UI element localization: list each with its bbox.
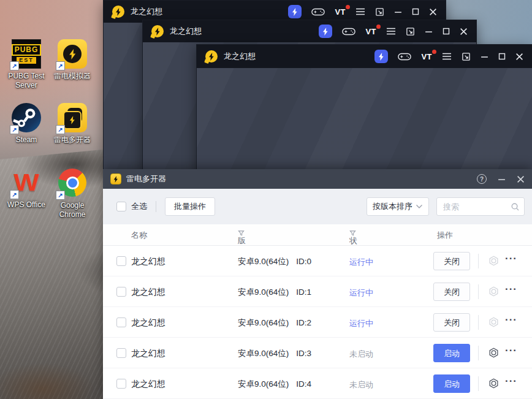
instance-row: 龙之幻想 安卓9.0(64位)ID:3 未启动 启动 ··· [103,338,532,368]
desktop-icon-pubg-test-server[interactable]: PUBG EST ↗ PUBG Test Server [2,39,50,90]
vt-label: VT [365,27,376,36]
ldplayer-logo-icon [112,6,124,18]
header-ops: 操作 [437,230,453,241]
more-icon[interactable]: ··· [505,375,517,387]
popout-icon[interactable] [406,27,415,36]
settings-gear-icon[interactable] [488,316,500,330]
instance-version: 安卓9.0(64位)ID:1 [238,287,311,298]
menu-icon[interactable] [442,53,452,60]
instance-row: 龙之幻想 安卓9.0(64位)ID:4 未启动 启动 ··· [103,368,532,399]
desktop-icon-ldplayer[interactable]: ↗ 雷电模拟器 [48,39,96,81]
boost-icon[interactable] [288,5,302,18]
instance-version: 安卓9.0(64位)ID:4 [238,379,311,390]
settings-gear-icon[interactable] [488,378,500,392]
more-icon[interactable]: ··· [505,344,517,357]
more-icon[interactable]: ··· [505,253,517,265]
stop-button[interactable]: 关闭 [433,283,470,301]
ldplayer-logo-icon [205,50,218,63]
emulator-titlebar[interactable]: 龙之幻想 VT [197,45,532,68]
pubg-word: PUBG [12,44,42,56]
emulator-titlebar[interactable]: 龙之幻想 VT [143,20,476,42]
status-badge: 未启动 [349,349,373,360]
close-button[interactable] [429,8,437,16]
vt-label: VT [335,7,346,17]
row-checkbox[interactable] [116,379,126,389]
close-button[interactable] [515,53,523,61]
row-divider [478,315,479,330]
row-checkbox[interactable] [116,317,126,327]
ld-multiplayer-logo-icon [110,173,121,184]
start-button[interactable]: 启动 [433,344,470,362]
window-title: 龙之幻想 [131,6,162,17]
multiplayer-manager-window: 雷电多开器 ? 全选 批量操作 按版本排序 [103,169,532,399]
close-button[interactable] [460,28,468,36]
boost-icon[interactable] [319,25,332,38]
row-divider [478,284,479,299]
desktop-icon-ld-multiplayer[interactable]: ↗ 雷电多开器 [48,103,96,145]
window-title: 龙之幻想 [170,26,202,37]
icon-label: Google Chrome [48,201,96,219]
row-checkbox[interactable] [116,256,126,266]
desktop-icon-steam[interactable]: ↗ Steam [2,103,50,145]
vt-toggle[interactable]: VT [335,7,346,17]
menu-icon[interactable] [355,8,365,15]
status-badge: 运行中 [349,287,373,298]
notification-dot [432,50,436,54]
close-button[interactable] [517,175,525,183]
window-title: 龙之幻想 [224,51,256,62]
table-header: 名称 版本/编号 状态 操作 [103,224,532,246]
minimize-button[interactable] [498,175,506,183]
menu-icon[interactable] [386,28,396,35]
shortcut-arrow-icon: ↗ [56,61,65,70]
minimize-button[interactable] [394,8,402,16]
header-status: 状态 [349,230,356,237]
stop-button[interactable]: 关闭 [433,313,470,332]
ld-multiplayer-icon: ↗ [58,103,87,132]
desktop-icon-wps-office[interactable]: W ↗ WPS Office [2,168,50,210]
row-checkbox[interactable] [116,348,126,358]
minimize-button[interactable] [425,28,433,36]
help-icon[interactable]: ? [477,174,487,184]
row-divider [478,346,479,360]
gamepad-icon[interactable] [398,52,411,61]
manager-toolbar: 全选 批量操作 按版本排序 [103,189,532,224]
sort-dropdown[interactable]: 按版本排序 [367,197,429,216]
row-checkbox[interactable] [116,287,126,297]
boost-icon[interactable] [374,50,388,63]
start-button[interactable]: 启动 [433,374,470,393]
select-all-label: 全选 [131,201,147,212]
desktop-icon-google-chrome[interactable]: ↗ Google Chrome [48,168,96,219]
instance-name: 龙之幻想 [131,379,165,390]
toolbar-divider [156,201,156,212]
maximize-button[interactable] [498,53,506,60]
settings-gear-icon[interactable] [488,286,500,300]
maximize-button[interactable] [443,28,450,35]
instance-row: 龙之幻想 安卓9.0(64位)ID:0 运行中 关闭 ··· [103,246,532,276]
ldplayer-logo-icon [151,25,164,37]
settings-gear-icon[interactable] [488,255,500,269]
gamepad-icon[interactable] [311,7,325,17]
settings-gear-icon[interactable] [488,347,500,361]
instance-version: 安卓9.0(64位)ID:0 [238,256,311,267]
icon-label: 雷电模拟器 [48,72,96,81]
gamepad-icon[interactable] [342,27,355,36]
stop-button[interactable]: 关闭 [433,252,470,270]
more-icon[interactable]: ··· [505,283,517,295]
manager-titlebar[interactable]: 雷电多开器 ? [103,169,532,189]
maximize-button[interactable] [412,8,419,15]
select-all-checkbox[interactable] [116,202,126,211]
pubg-test-word: EST [17,57,36,64]
icon-label: 雷电多开器 [48,135,96,145]
popout-icon[interactable] [375,7,384,17]
minimize-button[interactable] [481,53,488,61]
lightning-icon [69,49,77,59]
shortcut-arrow-icon: ↗ [56,125,65,134]
search-box [436,197,525,216]
header-version: 版本/编号 [238,230,245,237]
more-icon[interactable]: ··· [505,314,517,326]
vt-toggle[interactable]: VT [421,52,432,61]
batch-operations-button[interactable]: 批量操作 [165,197,215,216]
vt-toggle[interactable]: VT [365,27,376,36]
wps-icon: W ↗ [12,168,41,197]
popout-icon[interactable] [462,52,471,61]
